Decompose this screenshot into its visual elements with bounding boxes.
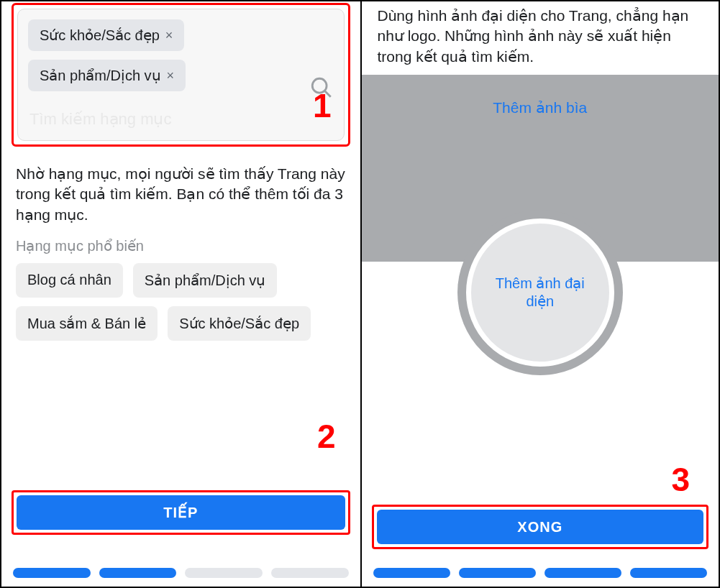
annotation-number-1: 1 (313, 86, 332, 125)
pane-images: Dùng hình ảnh đại diện cho Trang, chẳng … (360, 1, 719, 587)
progress-seg-3 (544, 568, 621, 578)
popular-categories-label: Hạng mục phổ biến (16, 237, 144, 254)
close-icon[interactable]: × (165, 28, 173, 43)
progress-bar (13, 568, 349, 578)
progress-seg-2 (459, 568, 536, 578)
popular-product-service[interactable]: Sản phẩm/Dịch vụ (133, 263, 278, 298)
popular-blog[interactable]: Blog cá nhân (16, 263, 123, 298)
annotation-box-1: Sức khỏe/Sắc đẹp × Sản phẩm/Dịch vụ × Tì… (12, 3, 350, 147)
pane-categories: Sức khỏe/Sắc đẹp × Sản phẩm/Dịch vụ × Tì… (1, 1, 360, 587)
annotation-box-3: XONG (372, 505, 709, 549)
avatar-area: Thêm ảnh đại diện (457, 210, 623, 375)
progress-seg-1 (13, 568, 91, 578)
chip-health-beauty[interactable]: Sức khỏe/Sắc đẹp × (28, 19, 184, 51)
progress-seg-2 (99, 568, 177, 578)
chip-product-service[interactable]: Sản phẩm/Dịch vụ × (28, 60, 186, 91)
category-help-text: Nhờ hạng mục, mọi người sẽ tìm thấy Tran… (16, 164, 346, 225)
progress-seg-3 (185, 568, 263, 578)
popular-row-1: Blog cá nhân Sản phẩm/Dịch vụ (16, 263, 277, 298)
close-icon[interactable]: × (167, 68, 175, 83)
selected-chips: Sức khỏe/Sắc đẹp × Sản phẩm/Dịch vụ × (28, 19, 334, 91)
category-input-field[interactable]: Sức khỏe/Sắc đẹp × Sản phẩm/Dịch vụ × Tì… (17, 9, 345, 141)
progress-seg-4 (271, 568, 349, 578)
add-avatar-link[interactable]: Thêm ảnh đại diện (486, 275, 594, 311)
popular-row-2: Mua sắm & Bán lẻ Sức khỏe/Sắc đẹp (16, 306, 311, 341)
chip-label: Sức khỏe/Sắc đẹp (40, 27, 160, 44)
popular-shopping[interactable]: Mua sắm & Bán lẻ (16, 306, 158, 341)
progress-seg-1 (373, 568, 450, 578)
image-help-text: Dùng hình ảnh đại diện cho Trang, chẳng … (378, 6, 703, 67)
add-cover-link[interactable]: Thêm ảnh bìa (493, 99, 587, 116)
progress-bar (373, 568, 708, 578)
progress-seg-4 (630, 568, 707, 578)
avatar-ring[interactable]: Thêm ảnh đại diện (466, 219, 614, 367)
done-button[interactable]: XONG (377, 510, 704, 544)
annotation-box-2: TIẾP (12, 490, 350, 535)
app-frame: Sức khỏe/Sắc đẹp × Sản phẩm/Dịch vụ × Tì… (0, 0, 720, 588)
next-button[interactable]: TIẾP (17, 495, 345, 530)
annotation-number-2: 2 (317, 417, 336, 456)
popular-health[interactable]: Sức khỏe/Sắc đẹp (168, 306, 311, 341)
annotation-number-3: 3 (671, 460, 690, 499)
search-placeholder: Tìm kiếm hạng mục (29, 110, 171, 129)
chip-label: Sản phẩm/Dịch vụ (40, 67, 161, 84)
